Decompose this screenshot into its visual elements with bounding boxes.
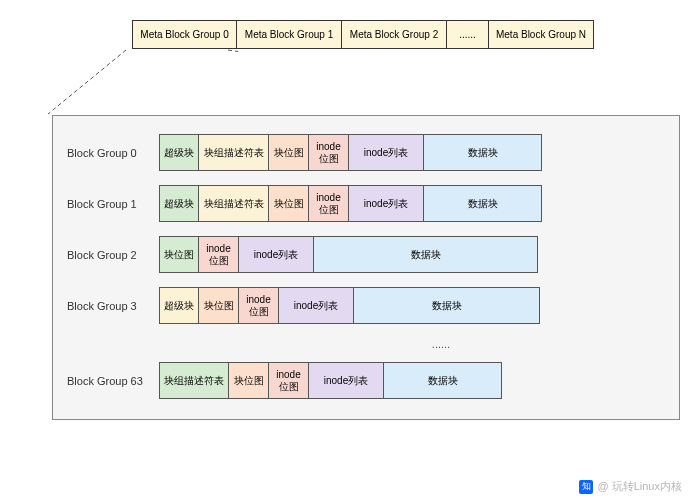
block-group-row: Block Group 63 块组描述符表 块位图 inode位图 inode列… <box>67 362 665 399</box>
seg-group-desc: 块组描述符表 <box>199 134 269 171</box>
block-group-label: Block Group 3 <box>67 300 159 312</box>
segment-row: 块组描述符表 块位图 inode位图 inode列表 数据块 <box>159 362 502 399</box>
seg-data-block: 数据块 <box>384 362 502 399</box>
seg-inode-bitmap: inode位图 <box>269 362 309 399</box>
seg-inode-bitmap: inode位图 <box>309 134 349 171</box>
segment-row: 超级块 块组描述符表 块位图 inode位图 inode列表 数据块 <box>159 185 542 222</box>
seg-superblock: 超级块 <box>159 185 199 222</box>
segment-row: 块位图 inode位图 inode列表 数据块 <box>159 236 538 273</box>
watermark: 知 @ 玩转Linux内核 <box>579 479 682 494</box>
seg-inode-list: inode列表 <box>309 362 384 399</box>
block-group-label: Block Group 0 <box>67 147 159 159</box>
expansion-connector <box>48 48 238 116</box>
seg-data-block: 数据块 <box>424 185 542 222</box>
rows-ellipsis: ...... <box>217 338 665 350</box>
meta-group-cell: Meta Block Group 0 <box>132 20 237 49</box>
meta-block-group-row: Meta Block Group 0 Meta Block Group 1 Me… <box>132 20 684 49</box>
svg-line-0 <box>48 50 126 114</box>
seg-block-bitmap: 块位图 <box>269 185 309 222</box>
watermark-text: @ 玩转Linux内核 <box>597 479 682 494</box>
seg-inode-list: inode列表 <box>349 185 424 222</box>
block-group-label: Block Group 2 <box>67 249 159 261</box>
segment-row: 超级块 块位图 inode位图 inode列表 数据块 <box>159 287 540 324</box>
block-group-row: Block Group 2 块位图 inode位图 inode列表 数据块 <box>67 236 665 273</box>
seg-inode-list: inode列表 <box>279 287 354 324</box>
seg-block-bitmap: 块位图 <box>199 287 239 324</box>
seg-data-block: 数据块 <box>354 287 540 324</box>
seg-inode-list: inode列表 <box>349 134 424 171</box>
block-group-row: Block Group 1 超级块 块组描述符表 块位图 inode位图 ino… <box>67 185 665 222</box>
seg-block-bitmap: 块位图 <box>229 362 269 399</box>
block-group-label: Block Group 1 <box>67 198 159 210</box>
seg-superblock: 超级块 <box>159 134 199 171</box>
block-group-detail-box: Block Group 0 超级块 块组描述符表 块位图 inode位图 ino… <box>52 115 680 420</box>
seg-group-desc: 块组描述符表 <box>159 362 229 399</box>
segment-row: 超级块 块组描述符表 块位图 inode位图 inode列表 数据块 <box>159 134 542 171</box>
block-group-label: Block Group 63 <box>67 375 159 387</box>
seg-data-block: 数据块 <box>424 134 542 171</box>
seg-block-bitmap: 块位图 <box>269 134 309 171</box>
block-group-row: Block Group 3 超级块 块位图 inode位图 inode列表 数据… <box>67 287 665 324</box>
seg-inode-bitmap: inode位图 <box>309 185 349 222</box>
seg-block-bitmap: 块位图 <box>159 236 199 273</box>
meta-group-cell: Meta Block Group N <box>489 20 594 49</box>
seg-inode-list: inode列表 <box>239 236 314 273</box>
svg-line-1 <box>228 50 238 114</box>
seg-inode-bitmap: inode位图 <box>239 287 279 324</box>
meta-group-cell: Meta Block Group 1 <box>237 20 342 49</box>
seg-inode-bitmap: inode位图 <box>199 236 239 273</box>
seg-superblock: 超级块 <box>159 287 199 324</box>
zhihu-logo-icon: 知 <box>579 480 593 494</box>
seg-group-desc: 块组描述符表 <box>199 185 269 222</box>
meta-group-ellipsis: ...... <box>447 20 489 49</box>
seg-data-block: 数据块 <box>314 236 538 273</box>
meta-group-cell: Meta Block Group 2 <box>342 20 447 49</box>
block-group-row: Block Group 0 超级块 块组描述符表 块位图 inode位图 ino… <box>67 134 665 171</box>
